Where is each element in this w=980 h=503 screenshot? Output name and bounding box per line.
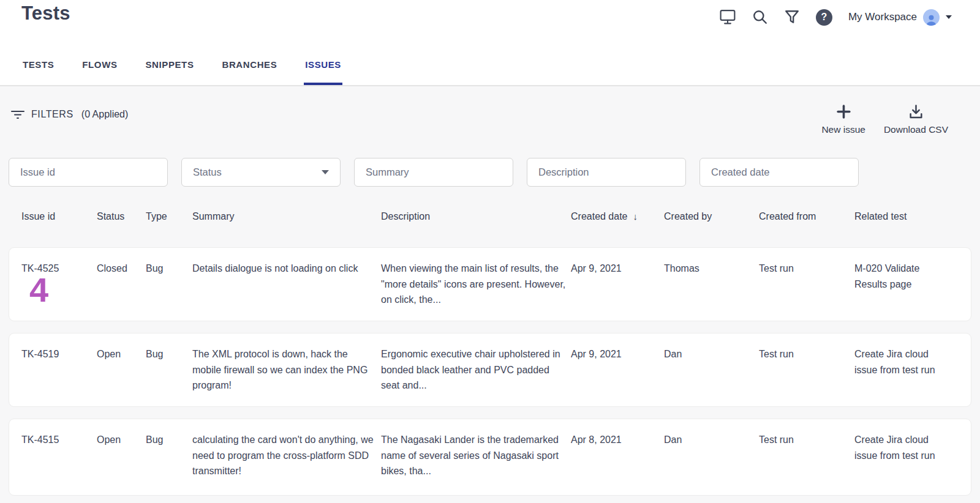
cell-status: Closed [97, 261, 141, 277]
summary-filter-input[interactable] [354, 158, 513, 187]
tab-bar: TESTS FLOWS SNIPPETS BRANCHES ISSUES [21, 59, 342, 85]
column-header-status[interactable]: Status [97, 211, 124, 222]
cell-issue-id: TK-4519 [21, 346, 89, 362]
cell-type: Bug [146, 432, 186, 448]
cell-created-from: Test run [759, 346, 839, 362]
header-actions: ? My Workspace [719, 7, 952, 27]
column-header-summary[interactable]: Summary [192, 211, 234, 222]
filters-label: FILTERS [31, 109, 74, 120]
cell-type: Bug [146, 346, 186, 362]
filter-row: Status [9, 158, 859, 187]
issue-row[interactable]: TK-4525 Closed Bug Details dialogue is n… [9, 247, 971, 321]
cell-summary: The XML protocol is down, hack the mobil… [192, 346, 376, 393]
issues-page: Tests ? [0, 0, 980, 503]
cell-summary: calculating the card won't do anything, … [192, 432, 376, 479]
cell-created-date: Apr 9, 2021 [571, 261, 644, 277]
created-date-filter-input[interactable] [699, 158, 859, 187]
cell-related-test: Create Jira cloud issue from test run [854, 432, 946, 463]
cell-description: When viewing the main list of results, t… [381, 261, 568, 308]
column-header-description[interactable]: Description [381, 211, 430, 222]
page-title: Tests [21, 2, 70, 24]
toolbar-actions: New issue Download CSV [821, 104, 948, 135]
cell-related-test: M-020 Validate Results page [854, 261, 946, 292]
monitor-icon[interactable] [719, 9, 736, 25]
table-header-row: Issue id Status Type Summary Description… [0, 211, 980, 225]
column-header-type[interactable]: Type [146, 211, 167, 222]
column-header-issue-id[interactable]: Issue id [21, 211, 55, 222]
cell-status: Open [97, 432, 141, 448]
plus-icon [836, 104, 851, 119]
cell-created-date: Apr 9, 2021 [571, 346, 644, 362]
column-header-created-by[interactable]: Created by [664, 211, 712, 222]
cell-created-by: Dan [664, 346, 744, 362]
avatar [923, 9, 940, 26]
column-header-created-from[interactable]: Created from [759, 211, 816, 222]
cell-created-date: Apr 8, 2021 [571, 432, 644, 448]
tab-tests[interactable]: TESTS [21, 59, 55, 85]
cell-created-from: Test run [759, 261, 839, 277]
tab-flows[interactable]: FLOWS [81, 59, 118, 85]
description-filter-input[interactable] [527, 158, 686, 187]
cell-created-from: Test run [759, 432, 839, 448]
workspace-menu[interactable]: My Workspace [848, 9, 952, 26]
cell-description: The Nagasaki Lander is the trademarked n… [381, 432, 568, 479]
search-icon[interactable] [752, 9, 768, 25]
new-issue-label: New issue [821, 124, 865, 135]
chevron-down-icon [946, 15, 952, 19]
sort-desc-icon: ↓ [633, 211, 638, 222]
workspace-label: My Workspace [848, 11, 917, 23]
cell-type: Bug [146, 261, 186, 277]
cell-created-by: Dan [664, 432, 744, 448]
tab-snippets[interactable]: SNIPPETS [145, 59, 195, 85]
filters-applied-count: (0 Applied) [81, 109, 129, 120]
cell-issue-id: TK-4515 [21, 432, 89, 448]
column-header-related-test[interactable]: Related test [854, 211, 907, 222]
filters-toggle[interactable]: FILTERS (0 Applied) [11, 109, 128, 120]
help-icon[interactable]: ? [816, 9, 832, 26]
select-caret-icon [322, 170, 329, 174]
filter-funnel-icon[interactable] [784, 9, 800, 25]
cell-created-by: Thomas [664, 261, 744, 277]
issue-id-filter-input[interactable] [9, 158, 168, 187]
download-csv-label: Download CSV [884, 124, 948, 135]
cell-description: Ergonomic executive chair upholstered in… [381, 346, 568, 393]
issue-row[interactable]: TK-4519 Open Bug The XML protocol is dow… [9, 333, 971, 407]
download-icon [908, 104, 924, 119]
cell-summary: Details dialogue is not loading on click [192, 261, 376, 277]
status-filter-label: Status [193, 166, 222, 178]
new-issue-button[interactable]: New issue [821, 104, 865, 135]
cell-status: Open [97, 346, 141, 362]
app-header: Tests ? [0, 0, 980, 86]
download-csv-button[interactable]: Download CSV [884, 104, 948, 135]
tab-issues[interactable]: ISSUES [304, 59, 342, 85]
issue-row[interactable]: TK-4515 Open Bug calculating the card wo… [9, 419, 971, 496]
tab-branches[interactable]: BRANCHES [221, 59, 279, 85]
column-header-created-date[interactable]: Created date↓ [571, 211, 638, 222]
cell-related-test: Create Jira cloud issue from test run [854, 346, 946, 378]
status-filter-select[interactable]: Status [181, 158, 341, 187]
annotation-marker-4: 4 [29, 273, 48, 307]
filter-lines-icon [11, 110, 24, 119]
